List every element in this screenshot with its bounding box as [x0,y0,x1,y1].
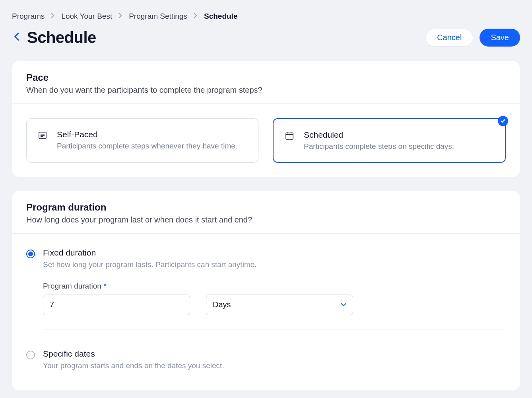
page-title: Schedule [27,29,96,47]
check-badge-icon [498,116,508,126]
pace-option-subtitle: Participants complete steps whenever the… [57,142,237,150]
fixed-duration-subtitle: Set how long your program lasts. Partici… [43,259,506,271]
program-duration-input[interactable] [43,295,190,315]
select-value: Days [213,300,231,309]
breadcrumb-item-look-your-best[interactable]: Look Your Best [61,12,112,21]
chevron-right-icon [51,13,55,20]
fixed-duration-title: Fixed duration [43,248,506,258]
specific-dates-title: Specific dates [43,349,506,359]
radio-fixed-duration[interactable] [26,250,35,258]
breadcrumb-item-programs[interactable]: Programs [12,12,45,21]
cancel-button[interactable]: Cancel [425,29,473,47]
duration-title: Program duration [26,202,506,213]
chevron-down-icon [341,301,346,308]
save-button[interactable]: Save [480,29,520,47]
duration-subtitle: How long does your program last or when … [26,215,506,224]
pace-option-scheduled[interactable]: Scheduled Participants complete steps on… [273,118,506,163]
title-row: Schedule Cancel Save [12,29,520,47]
pace-subtitle: When do you want the participants to com… [26,86,506,95]
pace-title: Pace [26,72,506,83]
breadcrumb-item-schedule: Schedule [204,12,237,21]
svg-rect-4 [286,133,293,139]
calendar-icon [285,131,296,142]
pace-card: Pace When do you want the participants t… [12,61,520,177]
duration-card: Program duration How long does your prog… [12,191,520,390]
pace-option-subtitle: Participants complete steps on specific … [304,142,454,151]
program-duration-label: Program duration* [43,282,506,291]
breadcrumb: Programs Look Your Best Program Settings… [12,12,520,21]
pace-option-title: Self-Paced [57,130,237,139]
radio-specific-dates[interactable] [26,351,35,359]
pace-option-title: Scheduled [304,130,454,140]
back-button[interactable] [14,33,19,43]
list-icon [38,131,49,142]
chevron-right-icon [194,13,198,20]
chevron-right-icon [118,13,122,20]
pace-option-self-paced[interactable]: Self-Paced Participants complete steps w… [26,118,258,163]
specific-dates-subtitle: Your program starts and ends on the date… [43,360,506,372]
breadcrumb-item-program-settings[interactable]: Program Settings [129,12,187,21]
program-duration-unit-select[interactable]: Days [206,295,353,315]
